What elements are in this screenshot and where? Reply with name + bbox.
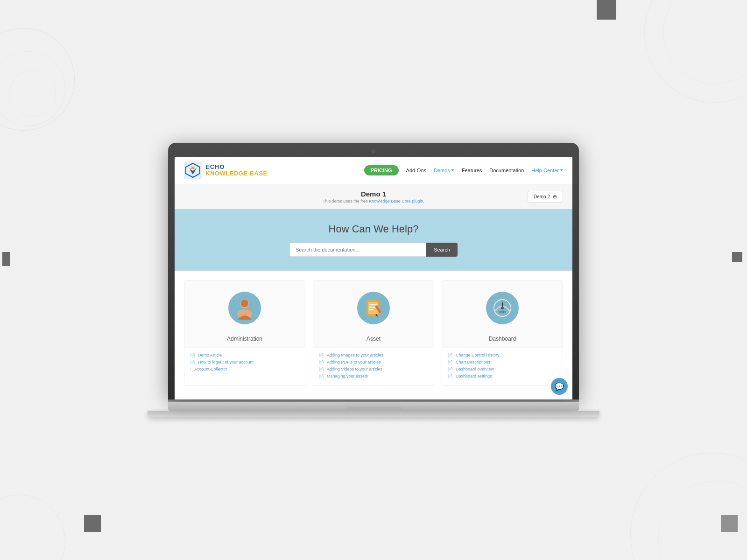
- dashboard-link-change-control[interactable]: 📄 Change Control History: [448, 353, 557, 357]
- doc-icon: 📄: [319, 374, 324, 378]
- cards-grid: Administration 📄 Demo Article 📄 How to l…: [184, 280, 563, 386]
- doc-icon: ›: [190, 367, 191, 371]
- circle-play-icon: ⊕: [553, 194, 557, 200]
- asset-link-label-2: Adding PDF's to your articles: [327, 360, 381, 364]
- svg-point-18: [501, 307, 504, 309]
- logo-area: ECHO KNOWLEDGE BASE: [184, 161, 364, 179]
- demo-header: Demo 1 This demo uses the free Knowledge…: [175, 184, 572, 209]
- asset-card: Asset 📄 Adding Images to your articles 📄…: [313, 280, 434, 386]
- demos-dropdown[interactable]: Demos: [434, 168, 454, 173]
- chat-icon: 💬: [555, 382, 564, 391]
- dashboard-icon: SPEED: [491, 296, 514, 320]
- doc-icon: 📄: [448, 367, 453, 371]
- asset-link-images[interactable]: 📄 Adding Images to your articles: [319, 353, 428, 357]
- laptop-bezel: ECHO KNOWLEDGE BASE PRICING Add-Ons Demo…: [168, 143, 579, 399]
- demos-label: Demos: [434, 168, 450, 173]
- laptop-container: ECHO KNOWLEDGE BASE PRICING Add-Ons Demo…: [168, 143, 579, 417]
- logo-text: ECHO KNOWLEDGE BASE: [205, 164, 268, 177]
- administration-card: Administration 📄 Demo Article 📄 How to l…: [184, 280, 305, 386]
- svg-text:SPEED: SPEED: [499, 311, 507, 314]
- asset-link-label-4: Managing your assets: [327, 374, 368, 378]
- admin-link-account-collector[interactable]: › Account Collector: [190, 367, 299, 371]
- pricing-button[interactable]: PRICING: [364, 165, 399, 175]
- asset-icon: [362, 296, 385, 320]
- documentation-link[interactable]: Documentation: [489, 168, 524, 173]
- admin-link-demo-article[interactable]: 📄 Demo Article: [190, 353, 299, 357]
- dashboard-link-overview[interactable]: 📄 Dashboard overview: [448, 367, 557, 371]
- asset-link-label-3: Adding Videos to your articles: [327, 367, 382, 371]
- logo-icon: [184, 161, 202, 179]
- laptop-screen: ECHO KNOWLEDGE BASE PRICING Add-Ons Demo…: [175, 157, 572, 399]
- nav-links: PRICING Add-Ons Demos Features Documenta…: [364, 165, 563, 175]
- admin-card-links: 📄 Demo Article 📄 How to logout of your a…: [184, 348, 305, 378]
- admin-link-label-2: How to logout of your account: [198, 360, 254, 364]
- asset-card-links: 📄 Adding Images to your articles 📄 Addin…: [313, 348, 434, 385]
- doc-icon: 📄: [319, 367, 324, 371]
- doc-icon: 📄: [448, 353, 453, 357]
- laptop-base: [168, 402, 579, 411]
- asset-card-title: Asset: [313, 332, 434, 348]
- doc-icon: 📄: [448, 360, 453, 364]
- features-link[interactable]: Features: [462, 168, 482, 173]
- admin-link-logout[interactable]: 📄 How to logout of your account: [190, 360, 299, 364]
- demo-subtitle-link[interactable]: Knowledge Base Core plugin.: [369, 199, 424, 203]
- logo-kb: KNOWLEDGE BASE: [205, 170, 268, 177]
- chevron-down-icon: [560, 169, 563, 171]
- site-nav: ECHO KNOWLEDGE BASE PRICING Add-Ons Demo…: [175, 157, 572, 184]
- svg-rect-0: [184, 161, 202, 179]
- addons-link[interactable]: Add-Ons: [406, 168, 426, 173]
- asset-link-label-1: Adding Images to your articles: [327, 353, 383, 357]
- search-button[interactable]: Search: [426, 243, 458, 257]
- doc-icon: 📄: [190, 353, 195, 357]
- laptop-notch: [345, 407, 402, 411]
- hero-section: How Can We Help? Search: [175, 209, 572, 271]
- logo-echo: ECHO: [205, 164, 268, 170]
- dashboard-link-label-2: Chart Descriptions: [456, 360, 490, 364]
- doc-icon: 📄: [190, 360, 195, 364]
- dashboard-link-chart-desc[interactable]: 📄 Chart Descriptions: [448, 360, 557, 364]
- doc-icon: 📄: [319, 360, 324, 364]
- dashboard-link-label-4: Dashboard settings: [456, 374, 492, 378]
- admin-icon-circle: [228, 292, 261, 324]
- help-center-dropdown[interactable]: Help Center: [531, 168, 563, 173]
- demo-title: Demo 1: [323, 190, 424, 198]
- svg-point-4: [241, 300, 248, 307]
- dashboard-link-label-3: Dashboard overview: [456, 367, 494, 371]
- search-input[interactable]: [289, 243, 426, 257]
- doc-icon: 📄: [319, 353, 324, 357]
- dashboard-card-links: 📄 Change Control History 📄 Chart Descrip…: [442, 348, 563, 385]
- card-icon-area-admin: [184, 280, 305, 332]
- demo2-label: Demo 2: [534, 194, 550, 199]
- chevron-down-icon: [451, 169, 454, 171]
- asset-link-videos[interactable]: 📄 Adding Videos to your articles: [319, 367, 428, 371]
- card-icon-area-dashboard: SPEED: [442, 280, 563, 332]
- demo-subtitle-text: This demo uses the free: [323, 199, 368, 203]
- demo-subtitle: This demo uses the free Knowledge Base C…: [323, 199, 424, 203]
- dashboard-icon-circle: SPEED: [486, 292, 519, 324]
- cards-section: Administration 📄 Demo Article 📄 How to l…: [175, 271, 572, 399]
- asset-icon-circle: [357, 292, 390, 324]
- demo-title-block: Demo 1 This demo uses the free Knowledge…: [323, 190, 424, 203]
- dashboard-card-title: Dashboard: [442, 332, 563, 348]
- search-bar: Search: [289, 243, 458, 257]
- site-wrapper: ECHO KNOWLEDGE BASE PRICING Add-Ons Demo…: [175, 157, 572, 399]
- admin-card-title: Administration: [184, 332, 305, 348]
- dashboard-card: SPEED Dashboard 📄 Change Control History: [442, 280, 563, 386]
- dashboard-link-label-1: Change Control History: [456, 353, 500, 357]
- hero-title: How Can We Help?: [184, 223, 563, 235]
- admin-link-label-3: Account Collector: [194, 367, 227, 371]
- asset-link-managing[interactable]: 📄 Managing your assets: [319, 374, 428, 378]
- help-center-label: Help Center: [531, 168, 559, 173]
- laptop-camera: [372, 149, 375, 153]
- demo2-button[interactable]: Demo 2 ⊕: [528, 191, 563, 203]
- admin-icon: [233, 296, 256, 320]
- doc-icon: 📄: [448, 374, 453, 378]
- dashboard-link-settings[interactable]: 📄 Dashboard settings: [448, 374, 557, 378]
- chat-bubble-button[interactable]: 💬: [551, 378, 568, 395]
- admin-link-label-1: Demo Article: [198, 353, 222, 357]
- card-icon-area-asset: [313, 280, 434, 332]
- asset-link-pdfs[interactable]: 📄 Adding PDF's to your articles: [319, 360, 428, 364]
- laptop-bottom: [148, 411, 599, 417]
